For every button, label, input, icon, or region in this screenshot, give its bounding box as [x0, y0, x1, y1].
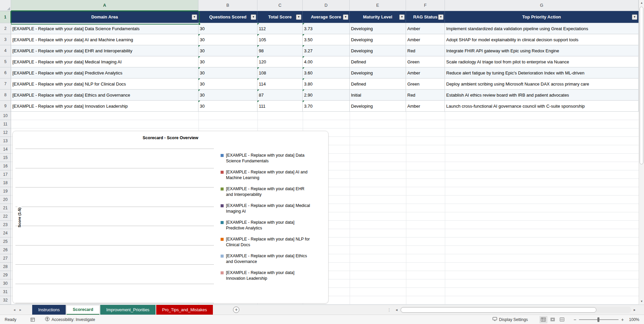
- cell[interactable]: Green: [406, 56, 445, 67]
- cell[interactable]: Deploy ambient scribing using Microsoft …: [445, 78, 639, 90]
- row-header-17[interactable]: 17: [0, 170, 11, 179]
- row-header-16[interactable]: 16: [0, 162, 11, 170]
- row-header-22[interactable]: 22: [0, 212, 11, 221]
- row-header-32[interactable]: 32: [0, 296, 11, 305]
- table-header-average-score[interactable]: Average Score▼: [303, 11, 350, 23]
- sheet-tab-pro-tips-and-mistakes[interactable]: Pro_Tips_and_Mistakes: [156, 305, 213, 315]
- cell[interactable]: Initial: [350, 90, 406, 101]
- vertical-scrollbar-thumb[interactable]: [640, 7, 643, 164]
- table-header-total-score[interactable]: Total Score▼: [257, 11, 303, 23]
- sheet-tab-instructions[interactable]: Instructions: [32, 305, 66, 315]
- cell[interactable]: Integrate FHIR API gateway with Epic usi…: [445, 45, 639, 56]
- horizontal-scrollbar-thumb[interactable]: [401, 307, 596, 313]
- cell[interactable]: Green: [406, 78, 445, 90]
- cell[interactable]: Red: [406, 90, 445, 101]
- row-header-11[interactable]: 11: [0, 120, 11, 128]
- scroll-right-button[interactable]: ►: [632, 308, 637, 312]
- cell[interactable]: Launch cross-functional AI governance co…: [445, 101, 639, 112]
- row-header-8[interactable]: 8: [0, 90, 11, 101]
- cell[interactable]: 30: [198, 101, 257, 112]
- column-header-c[interactable]: C: [257, 0, 303, 11]
- filter-button[interactable]: ▼: [438, 14, 444, 20]
- zoom-out-button[interactable]: −: [574, 317, 576, 322]
- zoom-in-button[interactable]: +: [621, 317, 624, 322]
- row-header-19[interactable]: 19: [0, 187, 11, 196]
- zoom-slider[interactable]: [579, 319, 619, 320]
- cell[interactable]: 30: [198, 78, 257, 90]
- row-header-26[interactable]: 26: [0, 246, 11, 254]
- row-header-27[interactable]: 27: [0, 254, 11, 263]
- sheet-tab-improvement-priorities[interactable]: Improvement_Priorities: [100, 305, 156, 315]
- cell[interactable]: 114: [257, 78, 303, 90]
- row-header-23[interactable]: 23: [0, 221, 11, 229]
- row-header-1[interactable]: 1: [0, 11, 11, 23]
- column-header-g[interactable]: G: [445, 0, 639, 11]
- row-header-24[interactable]: 24: [0, 229, 11, 237]
- display-settings-button[interactable]: Display Settings: [492, 317, 528, 322]
- filter-button[interactable]: ▼: [399, 14, 405, 20]
- cell[interactable]: 112: [257, 23, 303, 34]
- row-header-15[interactable]: 15: [0, 154, 11, 162]
- cell[interactable]: [EXAMPLE - Replace with your data] NLP f…: [11, 78, 198, 90]
- vertical-scrollbar[interactable]: ▲ ▼: [639, 0, 644, 305]
- row-header-4[interactable]: 4: [0, 45, 11, 56]
- filter-button[interactable]: ▼: [192, 14, 197, 20]
- cell[interactable]: Amber: [406, 67, 445, 78]
- cell[interactable]: Developing: [350, 34, 406, 45]
- scroll-left-button[interactable]: ◄: [394, 308, 399, 312]
- table-header-rag-status[interactable]: RAG Status▼: [406, 11, 445, 23]
- cell[interactable]: 3.70: [303, 101, 350, 112]
- row-header-29[interactable]: 29: [0, 271, 11, 279]
- table-header-maturity-level[interactable]: Maturity Level▼: [350, 11, 406, 23]
- cell[interactable]: Implement standardized data validation p…: [445, 23, 639, 34]
- zoom-slider-thumb[interactable]: [597, 317, 599, 322]
- row-header-20[interactable]: 20: [0, 196, 11, 204]
- scrollbar-resize-grip[interactable]: ⋮: [387, 308, 391, 312]
- table-header-questions-scored[interactable]: Questions Scored▼: [198, 11, 257, 23]
- cell[interactable]: 30: [198, 34, 257, 45]
- cell[interactable]: Developing: [350, 45, 406, 56]
- filter-button[interactable]: ▼: [343, 14, 348, 20]
- cell[interactable]: Developing: [350, 101, 406, 112]
- row-header-14[interactable]: 14: [0, 145, 11, 154]
- horizontal-scrollbar[interactable]: [400, 307, 631, 313]
- cell[interactable]: [EXAMPLE - Replace with your data] Innov…: [11, 101, 198, 112]
- filter-button[interactable]: ▼: [296, 14, 301, 20]
- cell[interactable]: 105: [257, 34, 303, 45]
- view-normal-button[interactable]: [539, 316, 547, 323]
- view-page-layout-button[interactable]: [549, 316, 557, 323]
- row-header-2[interactable]: 2: [0, 23, 11, 34]
- cell[interactable]: 3.27: [303, 45, 350, 56]
- cell[interactable]: 30: [198, 23, 257, 34]
- view-page-break-button[interactable]: [558, 316, 566, 323]
- cell[interactable]: 4.00: [303, 56, 350, 67]
- cell[interactable]: 120: [257, 56, 303, 67]
- cell[interactable]: 111: [257, 101, 303, 112]
- filter-button[interactable]: ▼: [632, 14, 637, 20]
- select-all-button[interactable]: [0, 0, 11, 11]
- cell[interactable]: [EXAMPLE - Replace with your data] EHR a…: [11, 45, 198, 56]
- row-header-13[interactable]: 13: [0, 137, 11, 145]
- row-header-10[interactable]: 10: [0, 112, 11, 120]
- row-header-5[interactable]: 5: [0, 56, 11, 67]
- row-header-30[interactable]: 30: [0, 279, 11, 288]
- sheet-tab-scorecard[interactable]: Scorecard: [66, 305, 100, 315]
- filter-button[interactable]: ▼: [251, 14, 256, 20]
- table-header-top-priority-action[interactable]: Top Priority Action▼: [445, 11, 639, 23]
- zoom-level[interactable]: 100%: [627, 317, 639, 322]
- tab-scroll-right-button[interactable]: ►: [17, 308, 23, 312]
- scroll-down-button[interactable]: ▼: [639, 299, 644, 304]
- cell[interactable]: Amber: [406, 23, 445, 34]
- row-header-9[interactable]: 9: [0, 101, 11, 112]
- cell[interactable]: Scale radiology AI triage tool from pilo…: [445, 56, 639, 67]
- row-header-28[interactable]: 28: [0, 263, 11, 271]
- tab-scroll-left-button[interactable]: ◄: [11, 308, 17, 312]
- cell[interactable]: 3.73: [303, 23, 350, 34]
- cell[interactable]: Establish AI ethics review board with IR…: [445, 90, 639, 101]
- column-header-f[interactable]: F: [406, 0, 445, 11]
- column-header-e[interactable]: E: [350, 0, 406, 11]
- cell[interactable]: [EXAMPLE - Replace with your data] AI an…: [11, 34, 198, 45]
- cell[interactable]: 3.80: [303, 78, 350, 90]
- cell[interactable]: Adopt SHAP for model explainability in c…: [445, 34, 639, 45]
- row-header-21[interactable]: 21: [0, 204, 11, 212]
